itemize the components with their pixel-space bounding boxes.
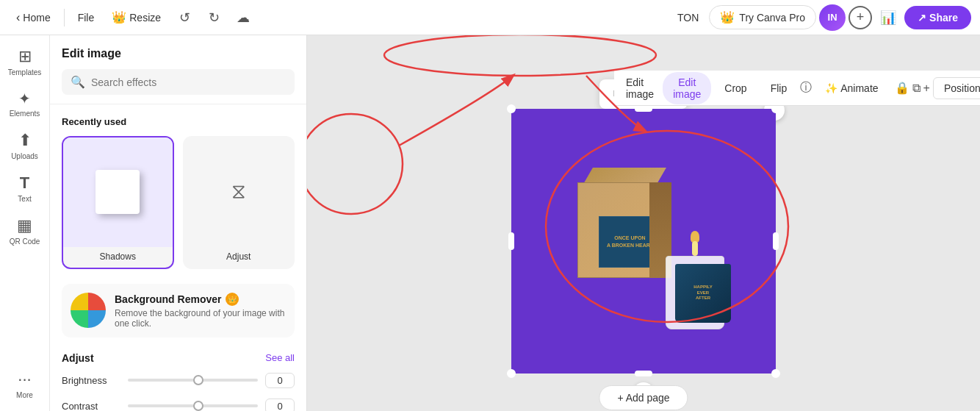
brightness-label: Brightness [62, 375, 120, 386]
sidebar-item-text[interactable]: T Text [2, 168, 48, 209]
nav-divider [64, 9, 65, 26]
more-icon: ··· [18, 370, 31, 389]
try-pro-label: Try Canva Pro [739, 12, 805, 24]
search-input[interactable] [91, 76, 286, 88]
home-button[interactable]: ‹ Home [9, 7, 58, 29]
shadows-effect-card[interactable]: Shadows [62, 136, 174, 269]
svg-point-2 [307, 114, 403, 214]
panel-content: Recently used Shadows ⧖ Adjust [50, 104, 306, 411]
adjust-section: Adjust See all Brightness 0 Contrast [62, 352, 295, 412]
edit-panel: Edit image 🔍 Recently used Shadows [50, 35, 307, 411]
sidebar-item-more[interactable]: ··· More [2, 364, 48, 405]
sidebar-item-templates[interactable]: ⊞ Templates [2, 41, 48, 82]
adjust-effect-card[interactable]: ⧖ Adjust [183, 136, 295, 269]
adjust-preview: ⧖ [184, 137, 294, 247]
uploads-label: Uploads [11, 152, 38, 160]
resize-label: Resize [129, 12, 161, 24]
effects-grid: Shadows ⧖ Adjust [62, 136, 295, 269]
handle-br[interactable] [771, 369, 780, 378]
canvas-container: Edit image Edit image Crop Flip ⓘ ✨ Anim… [307, 35, 980, 411]
canvas-page[interactable]: ONCE UPONA BROKEN HEART HAPPILYEVERAFTER [511, 109, 776, 374]
try-pro-button[interactable]: 👑 Try Canva Pro [709, 5, 816, 29]
bg-ball-icon [71, 293, 106, 328]
contrast-slider[interactable] [128, 404, 258, 407]
search-bar: 🔍 [62, 69, 295, 95]
handle-bm[interactable] [635, 371, 652, 376]
handle-tl[interactable] [507, 104, 516, 113]
animate-button[interactable]: ✨ Animate [815, 78, 888, 99]
more-label: More [16, 391, 33, 399]
brightness-slider[interactable] [128, 379, 258, 382]
qr-label: QR Code [10, 237, 40, 246]
handle-ml[interactable] [508, 232, 514, 250]
box-front: ONCE UPONA BROKEN HEART [577, 182, 651, 278]
product-group: ONCE UPONA BROKEN HEART HAPPILYEVERAFTER [548, 146, 739, 337]
redo-button[interactable]: ↻ [201, 4, 227, 31]
top-toolbar: Edit image Edit image Crop Flip ⓘ ✨ Anim… [614, 71, 980, 106]
ton-label: TON [670, 7, 706, 28]
recently-used-label: Recently used [62, 116, 295, 127]
adjust-header: Adjust See all [62, 352, 295, 364]
templates-label: Templates [8, 68, 42, 76]
share-label: Share [929, 12, 958, 24]
shadows-label: Shadows [100, 251, 136, 262]
bg-remover-section[interactable]: Background Remover 👑 Remove the backgrou… [62, 284, 295, 337]
box-mockup: ONCE UPONA BROKEN HEART [563, 168, 658, 278]
avatar[interactable]: IN [819, 4, 846, 31]
bg-remover-title: Background Remover 👑 [115, 293, 286, 306]
position-button[interactable]: Position [933, 77, 980, 99]
see-all-button[interactable]: See all [265, 352, 295, 363]
templates-icon: ⊞ [18, 47, 32, 66]
copy-icon-btn[interactable]: ⧉ [912, 75, 920, 101]
adjust-label: Adjust [226, 251, 251, 262]
analytics-button[interactable]: 📊 [875, 4, 901, 31]
sidebar-icons: ⊞ Templates ✦ Elements ⬆ Uploads T Text … [0, 35, 50, 411]
candle-label: HAPPILYEVERAFTER [675, 264, 731, 323]
bg-remover-info: Background Remover 👑 Remove the backgrou… [115, 293, 286, 329]
shadows-preview [63, 137, 173, 247]
sidebar-item-elements[interactable]: ✦ Elements [2, 84, 48, 124]
bg-remover-title-text: Background Remover [115, 293, 221, 305]
svg-point-0 [384, 35, 656, 76]
add-profile-button[interactable]: + [849, 6, 872, 29]
text-label: Text [18, 195, 31, 203]
uploads-icon: ⬆ [18, 131, 32, 150]
search-icon: 🔍 [71, 75, 85, 89]
adjust-section-title: Adjust [62, 352, 94, 364]
contrast-row: Contrast 0 [62, 399, 295, 412]
animate-label: Animate [840, 82, 878, 94]
candle-mockup: HAPPILYEVERAFTER [658, 234, 732, 329]
info-button[interactable]: ⓘ [800, 75, 812, 101]
file-button[interactable]: File [71, 7, 102, 28]
lock-icon-btn[interactable]: 🔒 [895, 75, 909, 101]
candle-glass: HAPPILYEVERAFTER [666, 256, 724, 329]
panel-header: Edit image 🔍 [50, 35, 306, 104]
panel-title: Edit image [62, 47, 295, 60]
toolbar-title: Edit image [626, 76, 654, 100]
crop-toolbar-btn[interactable]: Crop [714, 78, 757, 99]
shadow-box [96, 170, 140, 214]
contrast-value: 0 [265, 399, 295, 412]
undo-button[interactable]: ↺ [171, 4, 198, 31]
resize-button[interactable]: 👑 Resize [104, 6, 168, 29]
sidebar-item-qr-code[interactable]: ▦ QR Code [2, 210, 48, 251]
brightness-value: 0 [265, 373, 295, 388]
share-button[interactable]: ↗ Share [904, 6, 971, 29]
handle-mr[interactable] [773, 232, 779, 250]
brightness-thumb[interactable] [193, 375, 203, 385]
cloud-save-button[interactable]: ☁ [230, 4, 256, 31]
sidebar-item-uploads[interactable]: ⬆ Uploads [2, 125, 48, 166]
expand-icon-btn[interactable]: + [923, 75, 930, 101]
brightness-row: Brightness 0 [62, 373, 295, 388]
contrast-label: Contrast [62, 401, 120, 412]
flip-toolbar-btn[interactable]: Flip [760, 78, 798, 99]
animate-icon: ✨ [825, 82, 837, 94]
pro-badge: 👑 [226, 293, 239, 306]
bg-remover-thumb [71, 293, 106, 328]
canvas-wrapper: ⧉ 🗑 ··· + ONCE UPONA BROKEN HEART [511, 109, 776, 374]
add-page-button[interactable]: + Add page [599, 385, 688, 410]
handle-bl[interactable] [507, 369, 516, 378]
text-icon: T [20, 174, 29, 193]
edit-image-toolbar-btn[interactable]: Edit image [663, 72, 711, 104]
contrast-thumb[interactable] [193, 401, 203, 411]
